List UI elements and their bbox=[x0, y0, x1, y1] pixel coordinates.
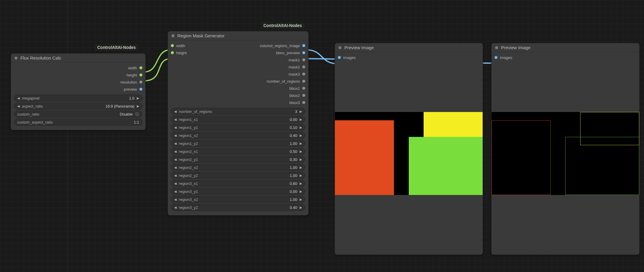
chevron-left-icon[interactable]: ◀ bbox=[174, 118, 176, 121]
widget-number-of-regions[interactable]: ◀number_of_regions3▶ bbox=[171, 108, 305, 115]
widget-megapixel[interactable]: ◀ megapixel 1.0 ▶ bbox=[14, 95, 142, 102]
collapse-dot-icon[interactable] bbox=[338, 46, 341, 49]
chevron-right-icon[interactable]: ▶ bbox=[300, 190, 302, 193]
port-dot-icon[interactable] bbox=[302, 94, 305, 97]
port-dot-icon[interactable] bbox=[302, 44, 305, 47]
chevron-right-icon[interactable]: ▶ bbox=[137, 96, 139, 100]
port-dot-icon[interactable] bbox=[302, 65, 305, 68]
chevron-right-icon[interactable]: ▶ bbox=[137, 104, 139, 108]
widget-custom-ratio[interactable]: custom_ratio Disable bbox=[14, 111, 142, 118]
port-dot-icon[interactable] bbox=[139, 66, 142, 69]
widget-value[interactable]: 0.00 bbox=[290, 117, 297, 122]
chevron-right-icon[interactable]: ▶ bbox=[300, 150, 302, 153]
chevron-left-icon[interactable]: ◀ bbox=[174, 134, 176, 137]
widget-value[interactable]: 1.00 bbox=[290, 165, 297, 170]
widget-region1-x2[interactable]: ◀region1_x20.40▶ bbox=[171, 132, 305, 139]
chevron-left-icon[interactable]: ◀ bbox=[174, 150, 176, 153]
port-dot-icon[interactable] bbox=[139, 73, 142, 76]
port-dot-icon[interactable] bbox=[302, 51, 305, 54]
port-dot-icon[interactable] bbox=[171, 51, 174, 54]
output-preview[interactable]: preview bbox=[11, 86, 145, 92]
node-flux-resolution-calc[interactable]: Flux Resolution Calc width height resolu… bbox=[11, 53, 146, 130]
chevron-left-icon[interactable]: ◀ bbox=[174, 206, 176, 209]
output-height[interactable]: height bbox=[11, 72, 145, 78]
chevron-right-icon[interactable]: ▶ bbox=[300, 126, 302, 129]
chevron-right-icon[interactable]: ▶ bbox=[300, 182, 302, 185]
chevron-right-icon[interactable]: ▶ bbox=[300, 134, 302, 137]
port-dot-icon[interactable] bbox=[302, 58, 305, 61]
chevron-right-icon[interactable]: ▶ bbox=[300, 142, 302, 145]
output-bbox3[interactable]: bbox3 bbox=[238, 100, 309, 105]
widget-value[interactable]: 0.60 bbox=[290, 181, 297, 186]
chevron-right-icon[interactable]: ▶ bbox=[300, 206, 302, 209]
widget-region3-x1[interactable]: ◀region3_x10.60▶ bbox=[171, 180, 305, 187]
widget-aspect-ratio[interactable]: ◀ aspect_ratio 16:9 (Panorama) ▶ bbox=[14, 103, 142, 110]
widget-region3-y2[interactable]: ◀region3_y20.40▶ bbox=[171, 204, 305, 211]
widget-value[interactable]: 0.10 bbox=[290, 125, 297, 130]
toggle-off-icon[interactable] bbox=[135, 112, 139, 116]
port-dot-icon[interactable] bbox=[139, 88, 142, 91]
widget-region2-x2[interactable]: ◀region2_x21.00▶ bbox=[171, 164, 305, 171]
node-preview-image-1[interactable]: Preview Image images bbox=[335, 43, 483, 255]
chevron-left-icon[interactable]: ◀ bbox=[174, 198, 176, 201]
chevron-right-icon[interactable]: ▶ bbox=[300, 110, 302, 113]
widget-value[interactable]: 0.40 bbox=[290, 205, 297, 210]
output-mask2[interactable]: mask2 bbox=[238, 64, 309, 70]
input-height[interactable]: height bbox=[168, 50, 238, 56]
input-width[interactable]: width bbox=[168, 43, 238, 49]
port-dot-icon[interactable] bbox=[302, 80, 305, 83]
widget-value[interactable]: 16:9 (Panorama) bbox=[105, 104, 134, 108]
node-preview-image-2[interactable]: Preview Image images bbox=[491, 43, 640, 255]
widget-region1-y2[interactable]: ◀region1_y21.00▶ bbox=[171, 140, 305, 147]
node-title[interactable]: Region Mask Generator bbox=[168, 31, 308, 40]
chevron-right-icon[interactable]: ▶ bbox=[300, 118, 302, 121]
chevron-left-icon[interactable]: ◀ bbox=[174, 190, 176, 193]
widget-region2-x1[interactable]: ◀region2_x10.50▶ bbox=[171, 148, 305, 155]
widget-value[interactable]: 1.00 bbox=[290, 141, 297, 146]
collapse-dot-icon[interactable] bbox=[15, 57, 18, 60]
widget-region1-y1[interactable]: ◀region1_y10.10▶ bbox=[171, 124, 305, 131]
widget-value[interactable]: 1.00 bbox=[290, 197, 297, 202]
chevron-left-icon[interactable]: ◀ bbox=[17, 96, 20, 100]
widget-region3-y1[interactable]: ◀region3_y10.00▶ bbox=[171, 188, 305, 195]
widget-region2-y1[interactable]: ◀region2_y10.30▶ bbox=[171, 156, 305, 163]
chevron-right-icon[interactable]: ▶ bbox=[300, 166, 302, 169]
widget-value[interactable]: 3 bbox=[295, 109, 297, 114]
chevron-right-icon[interactable]: ▶ bbox=[300, 174, 302, 177]
port-dot-icon[interactable] bbox=[302, 73, 305, 76]
output-mask3[interactable]: mask3 bbox=[238, 71, 309, 77]
node-title[interactable]: Preview Image bbox=[335, 43, 483, 52]
output-width[interactable]: width bbox=[11, 65, 145, 71]
port-dot-icon[interactable] bbox=[338, 56, 341, 59]
port-dot-icon[interactable] bbox=[494, 56, 497, 59]
output-bbox1[interactable]: bbox1 bbox=[238, 85, 309, 91]
output-bbox-preview[interactable]: bbox_preview bbox=[238, 50, 309, 56]
chevron-left-icon[interactable]: ◀ bbox=[17, 104, 20, 108]
chevron-left-icon[interactable]: ◀ bbox=[174, 142, 176, 145]
output-colored-regions-image[interactable]: colored_regions_image bbox=[238, 43, 309, 49]
widget-region3-x2[interactable]: ◀region3_x21.00▶ bbox=[171, 196, 305, 203]
node-region-mask-generator[interactable]: Region Mask Generator width height color… bbox=[168, 31, 309, 215]
widget-custom-aspect-ratio[interactable]: custom_aspect_ratio 1:1 bbox=[14, 119, 142, 126]
input-images[interactable]: images bbox=[335, 55, 483, 60]
chevron-right-icon[interactable]: ▶ bbox=[300, 198, 302, 201]
widget-value[interactable]: 0.40 bbox=[290, 133, 297, 138]
chevron-left-icon[interactable]: ◀ bbox=[174, 166, 176, 169]
output-resolution[interactable]: resolution bbox=[11, 79, 145, 85]
output-bbox2[interactable]: bbox2 bbox=[238, 92, 309, 98]
chevron-left-icon[interactable]: ◀ bbox=[174, 110, 176, 113]
node-title[interactable]: Flux Resolution Calc bbox=[11, 54, 145, 63]
chevron-right-icon[interactable]: ▶ bbox=[300, 158, 302, 161]
chevron-left-icon[interactable]: ◀ bbox=[174, 174, 176, 177]
widget-region1-x1[interactable]: ◀region1_x10.00▶ bbox=[171, 116, 305, 123]
port-dot-icon[interactable] bbox=[302, 87, 305, 90]
widget-value[interactable]: 0.00 bbox=[290, 189, 297, 194]
widget-value[interactable]: 0.50 bbox=[290, 149, 297, 154]
input-images[interactable]: images bbox=[492, 55, 639, 60]
chevron-left-icon[interactable]: ◀ bbox=[174, 158, 176, 161]
port-dot-icon[interactable] bbox=[302, 101, 305, 104]
widget-region2-y2[interactable]: ◀region2_y21.00▶ bbox=[171, 172, 305, 179]
collapse-dot-icon[interactable] bbox=[495, 46, 498, 49]
widget-value[interactable]: 1.0 bbox=[129, 96, 134, 100]
widget-value[interactable]: 0.30 bbox=[290, 157, 297, 162]
